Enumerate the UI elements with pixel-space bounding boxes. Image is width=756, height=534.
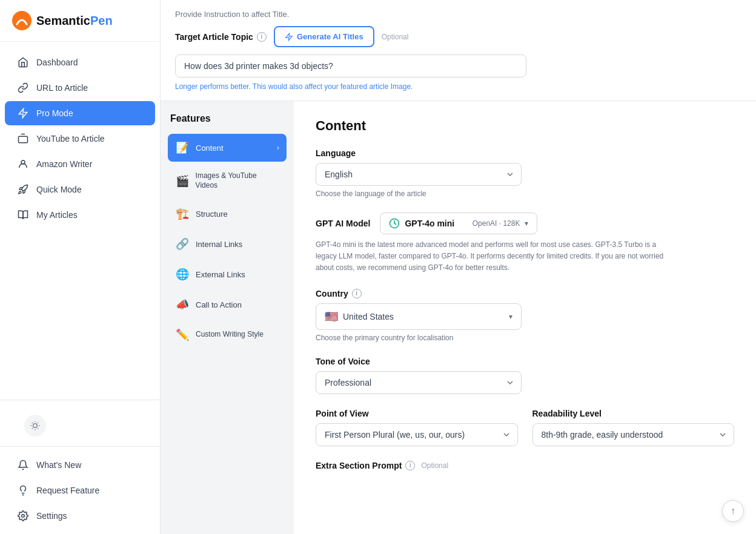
call-to-action-feature-icon: 📣	[175, 298, 190, 311]
country-name: United States	[343, 312, 504, 321]
internal-links-feature-label: Internal Links	[196, 240, 242, 249]
call-to-action-feature-label: Call to Action	[196, 300, 242, 309]
sparkle-icon	[17, 107, 29, 119]
svg-line-11	[32, 428, 33, 429]
gpt-model-name: GPT-4o mini	[405, 219, 467, 228]
readability-select[interactable]: 5th grade 6th grade 7th grade 8th-9th gr…	[532, 423, 735, 446]
sidebar: SemanticPen Dashboard URL to Article Pro…	[0, 0, 161, 534]
sidebar-item-whats-new[interactable]: What's New	[5, 453, 155, 477]
sidebar-item-pro-mode[interactable]: Pro Mode	[5, 101, 155, 125]
pov-select[interactable]: First Person Singular (I, me, my, mine) …	[316, 423, 518, 446]
home-icon	[17, 56, 29, 68]
features-panel: Features 📝 Content › 🎬 Images & YouTube …	[161, 101, 294, 534]
topic-input[interactable]	[175, 54, 526, 77]
sidebar-item-amazon-label: Amazon Writer	[36, 159, 92, 169]
main-nav: Dashboard URL to Article Pro Mode YouTub…	[0, 42, 160, 395]
sidebar-bottom: What's New Request Feature Settings	[0, 446, 160, 534]
svg-marker-16	[286, 33, 293, 41]
custom-writing-feature-icon: ✏️	[175, 328, 190, 341]
svg-point-4	[33, 424, 38, 428]
generate-ai-titles-button[interactable]: Generate AI Titles	[274, 26, 374, 47]
extra-section-info-icon[interactable]: i	[405, 461, 415, 470]
sidebar-item-amazon-writer[interactable]: Amazon Writer	[5, 152, 155, 176]
internal-links-feature-icon: 🔗	[175, 237, 190, 251]
feature-item-images-youtube[interactable]: 🎬 Images & YouTube Videos	[168, 164, 287, 197]
sidebar-item-request-feature[interactable]: Request Feature	[5, 478, 155, 503]
sidebar-item-quick-mode[interactable]: Quick Mode	[5, 177, 155, 202]
feature-item-call-to-action[interactable]: 📣 Call to Action	[168, 291, 287, 318]
gpt-chevron-icon: ▾	[525, 219, 528, 228]
content-area: Features 📝 Content › 🎬 Images & YouTube …	[161, 101, 756, 534]
language-label: Language	[316, 148, 734, 158]
feature-item-internal-links[interactable]: 🔗 Internal Links	[168, 230, 287, 258]
language-select[interactable]: English Spanish French German	[316, 163, 522, 186]
rocket-icon	[17, 183, 29, 196]
sidebar-item-youtube-to-article[interactable]: YouTube to Article	[5, 127, 155, 151]
svg-marker-1	[19, 109, 27, 118]
request-feature-label: Request Feature	[36, 486, 99, 495]
target-info-icon[interactable]: i	[257, 32, 267, 42]
language-group: Language English Spanish French German C…	[316, 148, 734, 198]
sparkle-btn-icon	[285, 33, 293, 41]
extra-section-label: Extra Section Prompt i Optional	[316, 461, 734, 470]
settings-title: Content	[316, 118, 734, 134]
country-chevron-icon: ▾	[509, 312, 512, 321]
features-title: Features	[168, 113, 287, 124]
sidebar-item-my-articles-label: My Articles	[36, 210, 78, 220]
extra-section-group: Extra Section Prompt i Optional	[316, 461, 734, 470]
settings-icon	[17, 510, 29, 522]
sidebar-item-pro-mode-label: Pro Mode	[36, 108, 73, 118]
openai-icon	[389, 218, 400, 229]
settings-panel: Content Language English Spanish French …	[294, 101, 756, 534]
country-flag: 🇺🇸	[325, 310, 338, 323]
optional-badge: Optional	[382, 33, 409, 41]
sidebar-item-settings[interactable]: Settings	[5, 504, 155, 528]
images-feature-label: Images & YouTube Videos	[196, 171, 279, 190]
sidebar-item-url-to-article-label: URL to Article	[36, 83, 88, 93]
tone-label: Tone of Voice	[316, 357, 734, 366]
feature-item-external-links[interactable]: 🌐 External Links	[168, 260, 287, 288]
pov-group: Point of View First Person Singular (I, …	[316, 409, 518, 446]
youtube-icon	[17, 133, 29, 145]
bell-icon	[17, 459, 29, 471]
country-info-icon[interactable]: i	[352, 289, 362, 298]
feature-item-custom-writing-style[interactable]: ✏️ Custom Writing Style	[168, 321, 287, 349]
tone-select[interactable]: Professional Casual Formal Friendly	[316, 371, 522, 394]
country-hint: Choose the primary country for localisat…	[316, 334, 734, 342]
svg-line-12	[38, 423, 38, 423]
language-hint: Choose the language of the article	[316, 190, 734, 198]
settings-label: Settings	[36, 511, 67, 521]
lightbulb-icon	[17, 484, 29, 496]
sidebar-item-dashboard[interactable]: Dashboard	[5, 50, 155, 74]
topic-hint: Longer performs better. This would also …	[175, 82, 741, 91]
external-links-feature-icon: 🌐	[175, 268, 190, 281]
logo: SemanticPen	[0, 0, 160, 42]
country-selector[interactable]: 🇺🇸 United States ▾	[316, 303, 522, 330]
svg-line-7	[32, 423, 33, 423]
scroll-to-top-button[interactable]: ↑	[722, 500, 744, 522]
content-feature-icon: 📝	[175, 141, 190, 154]
gpt-model-group: GPT AI Model GPT-4o mini OpenAI · 128K ▾…	[316, 213, 734, 274]
sidebar-item-url-to-article[interactable]: URL to Article	[5, 76, 155, 100]
header-hint: Provide Instruction to affect Title.	[175, 10, 741, 19]
pov-readability-row: Point of View First Person Singular (I, …	[316, 409, 734, 446]
feature-item-content[interactable]: 📝 Content ›	[168, 134, 287, 162]
sidebar-item-quick-mode-label: Quick Mode	[36, 185, 82, 194]
link-icon	[17, 82, 29, 94]
svg-point-15	[22, 515, 25, 518]
target-row: Target Article Topic i Generate AI Title…	[175, 26, 741, 47]
svg-line-8	[38, 428, 38, 429]
articles-icon	[17, 209, 29, 221]
gpt-model-selector[interactable]: GPT-4o mini OpenAI · 128K ▾	[380, 213, 537, 234]
sidebar-item-dashboard-label: Dashboard	[36, 58, 78, 67]
readability-label: Readability Level	[532, 409, 735, 418]
country-group: Country i 🇺🇸 United States ▾ Choose the …	[316, 289, 734, 342]
theme-toggle-button[interactable]	[24, 415, 46, 437]
feature-item-structure[interactable]: 🏗️ Structure	[168, 200, 287, 228]
target-article-label: Target Article Topic i	[175, 32, 267, 42]
readability-group: Readability Level 5th grade 6th grade 7t…	[532, 409, 735, 446]
extra-section-optional: Optional	[421, 461, 448, 470]
nav-divider	[0, 400, 160, 400]
theme-toggle-container	[0, 405, 160, 446]
sidebar-item-my-articles[interactable]: My Articles	[5, 203, 155, 227]
